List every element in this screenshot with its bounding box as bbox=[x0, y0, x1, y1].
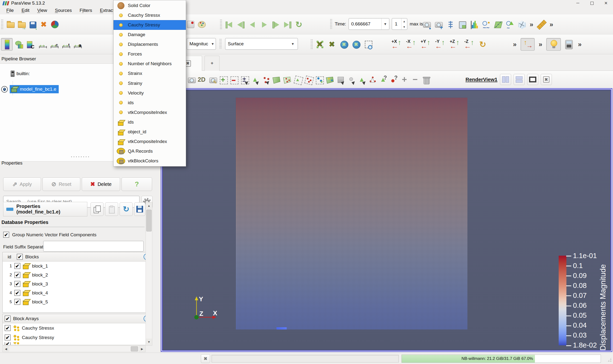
zoom-to-data-button[interactable]: ✖ bbox=[327, 38, 337, 51]
id-column-header[interactable]: id bbox=[5, 254, 14, 260]
close-button[interactable]: × bbox=[599, 0, 613, 6]
minimize-button[interactable]: ─ bbox=[571, 0, 585, 6]
color-option-solid-color[interactable]: Solid Color bbox=[113, 1, 186, 10]
split-horizontal-button[interactable] bbox=[500, 74, 511, 85]
rescale-to-data-range-button[interactable]: ↔ bbox=[37, 38, 48, 51]
capture-view-button[interactable]: ✎ bbox=[207, 74, 217, 85]
set-view-plus-z-button[interactable]: +Z bbox=[448, 38, 462, 51]
select-blocks-through-button[interactable] bbox=[325, 74, 335, 85]
select-block-button[interactable]: ● bbox=[314, 74, 324, 85]
time-value-combo[interactable]: 0.666667 ▼ bbox=[349, 18, 389, 30]
select-cells-through-button[interactable] bbox=[272, 74, 281, 85]
add-selection-button[interactable]: + bbox=[218, 74, 228, 85]
color-palette-button[interactable] bbox=[196, 18, 207, 31]
scrollbar-thumb[interactable] bbox=[146, 210, 152, 232]
color-option-velocity[interactable]: Velocity bbox=[113, 88, 186, 98]
color-option-displacements[interactable]: Displacements bbox=[113, 39, 186, 49]
scrollbar-thumb[interactable] bbox=[131, 346, 138, 351]
loop-button[interactable]: ↻ bbox=[294, 18, 304, 31]
color-option-damage[interactable]: Damage bbox=[113, 30, 186, 39]
clear-selection-button[interactable] bbox=[421, 74, 431, 85]
toolbar-overflow-chevron[interactable]: » bbox=[576, 38, 583, 51]
table-row-partial[interactable] bbox=[3, 342, 152, 345]
edit-color-map-button[interactable] bbox=[1, 38, 13, 51]
calculator-button[interactable] bbox=[563, 38, 574, 51]
rescale-to-temporal-range-button[interactable]: ↔ bbox=[60, 38, 71, 51]
select-points-on-button[interactable] bbox=[261, 74, 271, 85]
first-frame-button[interactable] bbox=[224, 18, 234, 31]
interactive-select-cells-button[interactable]: ▲ bbox=[357, 74, 367, 85]
chevron-down-icon[interactable]: ▼ bbox=[288, 38, 298, 50]
toolbar-overflow-chevron[interactable]: » bbox=[537, 38, 544, 51]
close-view-button[interactable]: ✖ bbox=[541, 74, 552, 85]
table-row[interactable]: Cauchy Stressx bbox=[3, 323, 152, 333]
set-view-minus-y-button[interactable]: -Y bbox=[434, 38, 447, 51]
scroll-up-icon[interactable]: ▲ bbox=[146, 202, 152, 209]
light-toggle-button[interactable] bbox=[546, 38, 561, 51]
color-option-strainx[interactable]: Strainx bbox=[113, 69, 186, 78]
select-cells-on-button[interactable]: ▲ bbox=[250, 74, 260, 85]
plot-over-time-button[interactable]: ● bbox=[480, 18, 491, 31]
capture-screenshot-button[interactable]: ● bbox=[421, 18, 432, 31]
scroll-right-icon[interactable]: ▶ bbox=[139, 346, 145, 352]
copy-properties-button[interactable] bbox=[91, 202, 104, 216]
toggle-2d-mode-button[interactable]: 2D bbox=[197, 74, 206, 85]
array-checkbox[interactable] bbox=[5, 342, 11, 345]
panel-splitter[interactable] bbox=[70, 156, 90, 157]
menu-sources[interactable]: Sources bbox=[51, 7, 75, 13]
set-view-minus-z-button[interactable]: -Z bbox=[463, 38, 477, 51]
table-row[interactable]: 1 block_1 bbox=[3, 261, 152, 271]
capture-animation-button[interactable]: + bbox=[433, 18, 444, 31]
frame-spinbox[interactable]: 1 ▲▼ bbox=[392, 18, 407, 30]
color-option-vtkcompositeindex[interactable]: vtkCompositeIndex bbox=[113, 108, 186, 117]
histogram-button[interactable] bbox=[469, 18, 479, 31]
rescale-to-custom-range-button[interactable]: ↔ bbox=[49, 38, 59, 51]
reload-files-button[interactable]: ✖ bbox=[38, 18, 49, 31]
spin-down-icon[interactable]: ▼ bbox=[401, 24, 407, 30]
field-suffix-input[interactable] bbox=[43, 241, 144, 252]
hover-points-button[interactable] bbox=[346, 74, 356, 85]
preview-layout-button[interactable] bbox=[457, 18, 467, 31]
reset-camera-button[interactable]: ✖ bbox=[314, 38, 325, 51]
reset-camera-closest-button[interactable]: ✖ bbox=[339, 38, 349, 51]
table-row[interactable]: 3 block_3 bbox=[3, 279, 152, 288]
subtract-selection-button[interactable]: ▬ bbox=[229, 74, 238, 85]
block-checkbox[interactable] bbox=[14, 263, 20, 269]
block-checkbox[interactable] bbox=[14, 290, 20, 296]
abort-button[interactable]: ✖ bbox=[201, 354, 210, 363]
pipeline-item-source[interactable]: model_fine_bc1.e bbox=[1, 85, 59, 93]
toolbar-overflow-chevron[interactable]: » bbox=[511, 38, 518, 51]
last-frame-button[interactable] bbox=[282, 18, 293, 31]
previous-frame-button[interactable] bbox=[235, 18, 246, 31]
color-option-qa-records[interactable]: QA Records bbox=[113, 146, 186, 156]
color-option-cauchy-stressx[interactable]: Cauchy Stressx bbox=[113, 10, 186, 20]
choose-preset-button[interactable]: C bbox=[25, 38, 36, 51]
delete-button[interactable]: ✖Delete bbox=[82, 177, 120, 191]
play-backward-button[interactable] bbox=[247, 18, 258, 31]
resize-grip[interactable] bbox=[606, 356, 612, 363]
apply-button[interactable]: ⇗Apply bbox=[3, 177, 41, 191]
table-row[interactable]: Cauchy Stressy bbox=[3, 333, 152, 342]
toolbar-drag-handle[interactable] bbox=[1, 19, 3, 30]
selection-query-cells-button[interactable]: ▲ bbox=[378, 74, 388, 85]
visibility-eye-icon[interactable] bbox=[1, 86, 8, 92]
catalyst-button[interactable] bbox=[50, 18, 60, 31]
select-points-polygon-button[interactable] bbox=[303, 74, 313, 85]
menu-file[interactable]: File bbox=[3, 7, 17, 13]
open-file-button[interactable] bbox=[5, 18, 15, 31]
table-row[interactable]: 5 block_5 bbox=[3, 297, 152, 306]
set-view-plus-y-button[interactable]: +Y bbox=[419, 38, 433, 51]
load-state-button[interactable]: → bbox=[16, 18, 27, 31]
block-checkbox[interactable] bbox=[14, 281, 20, 287]
pipeline-item-selected[interactable]: model_fine_bc1.e bbox=[10, 85, 59, 93]
auto-apply-button[interactable] bbox=[185, 18, 196, 31]
toolbar-overflow-chevron[interactable]: » bbox=[528, 18, 535, 31]
zoom-closest-to-data-button[interactable]: ✖ bbox=[351, 38, 361, 51]
set-view-minus-x-button[interactable]: -X bbox=[405, 38, 418, 51]
toggle-color-legend-button[interactable] bbox=[14, 38, 24, 51]
plot-selection-over-time-button[interactable]: ~ bbox=[504, 18, 515, 31]
table-row[interactable]: 4 block_4 bbox=[3, 288, 152, 297]
group-vector-components-checkbox[interactable] bbox=[3, 232, 9, 238]
toolbar-drag-handle[interactable] bbox=[219, 39, 222, 49]
shrink-selection-button[interactable]: − bbox=[410, 74, 420, 85]
